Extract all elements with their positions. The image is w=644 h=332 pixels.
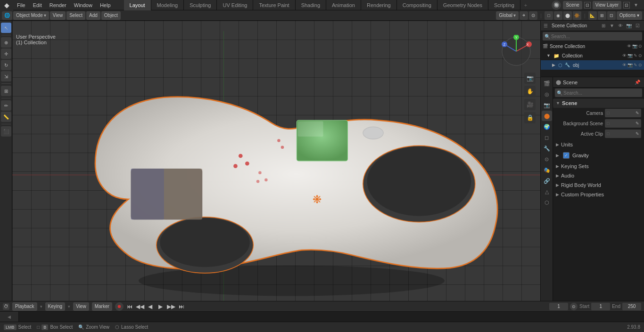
end-frame-input[interactable]: 250 [622,303,641,310]
jump-end-button[interactable]: ⏭ [177,302,186,311]
outliner-obj-row[interactable]: ▶ ⬡ 🔧 obj 👁 📷 ✎ ⊙ [541,60,644,70]
collection-camera2-icon[interactable]: 📷 [627,53,633,58]
step-back-button[interactable]: ◀◀ [136,302,144,311]
select-tool[interactable]: ↖ [1,23,11,33]
camera-view-btn[interactable]: 🎥 [524,99,536,110]
step-forward-button[interactable]: ▶▶ [167,302,175,311]
view-layer-options-icon[interactable]: ⊡ [623,2,630,8]
tab-modeling[interactable]: Modeling [151,0,184,10]
timeline-view-menu[interactable]: View [73,302,89,311]
obj-camera-icon[interactable]: 📷 [627,63,633,67]
tab-texture-paint[interactable]: Texture Paint [253,0,295,10]
scene-selector[interactable]: Scene [563,1,582,9]
props-data-tab[interactable]: △ [542,186,552,197]
tab-layout[interactable]: Layout [124,0,151,10]
measure-tool[interactable]: 📏 [1,112,11,122]
outliner-search-input[interactable] [551,34,640,39]
viewport-shading-solid[interactable]: ◉ [554,11,562,20]
obj-dot-icon[interactable]: ⊙ [638,63,642,67]
outliner-filter-icon[interactable]: ⊞ [600,22,607,30]
props-search-box[interactable]: 🔍 [555,89,642,97]
keying-menu[interactable]: Keying [45,302,66,311]
collection-dot-icon[interactable]: ⊙ [638,53,642,58]
props-render-tab[interactable]: 🎬 [542,78,552,89]
props-scene-tab[interactable]: ⬤ [542,111,552,121]
obj-eye-icon[interactable]: 👁 [622,63,627,67]
jump-start-button[interactable]: ⏮ [125,302,134,311]
view-layer-selector[interactable]: View Layer [593,1,621,9]
menu-file[interactable]: File [13,0,29,10]
tab-uv-editing[interactable]: UV Editing [217,0,253,10]
playback-menu[interactable]: Playback [12,302,37,311]
lock-btn[interactable]: 🔒 [524,112,536,123]
collection-filter-icon[interactable]: ✎ [634,53,637,58]
viewport-shading-rendered[interactable]: 🔆 [573,11,581,20]
tab-sculpting[interactable]: Sculpting [184,0,217,10]
scale-tool[interactable]: ⇲ [1,71,11,81]
add-workspace-button[interactable]: + [520,2,531,8]
tab-scripting[interactable]: Scripting [488,0,520,10]
outliner-search-box[interactable]: 🔍 [543,32,642,40]
props-material-tab[interactable]: ⬡ [542,197,552,208]
camera-prop-value[interactable]: □ ✎ [605,109,641,117]
menu-help[interactable]: Help [96,0,115,10]
outliner-visibility-icon[interactable]: ▼ [608,22,616,30]
props-output-tab[interactable]: ◎ [542,89,552,99]
active-clip-value[interactable]: □ ✎ [605,130,641,138]
props-view-layer-tab[interactable]: 📷 [542,100,552,110]
menu-window[interactable]: Window [70,0,96,10]
menu-edit[interactable]: Edit [29,0,46,10]
scene-camera-icon[interactable]: 📷 [632,44,637,49]
profile-avatar[interactable]: 🔘 [552,0,561,10]
camera-edit-icon[interactable]: ✎ [636,111,639,115]
props-constraints-tab[interactable]: 🔗 [542,176,552,186]
units-section-header[interactable]: ▶ Units [553,141,644,148]
scene-options-icon[interactable]: ⊡ [584,2,591,8]
tab-rendering[interactable]: Rendering [361,0,397,10]
gizmo-toggle[interactable]: 📐 [588,11,597,20]
viewport-add-menu[interactable]: Add [86,11,100,20]
bg-scene-value[interactable]: □ ✎ [605,119,641,128]
tab-shading[interactable]: Shading [296,0,326,10]
props-particles-tab[interactable]: ⊙ [542,154,552,164]
viewport-3d[interactable]: User Perspective (1) Collection [12,21,540,301]
move-tool[interactable]: ✛ [1,49,11,59]
scene-eye-icon[interactable]: 👁 [627,44,631,49]
keying-sets-header[interactable]: ▶ Keying Sets [553,162,644,170]
transform-tool[interactable]: ⊞ [1,86,11,96]
play-back-button[interactable]: ◀ [146,302,155,311]
tab-compositing[interactable]: Compositing [397,0,438,10]
viewport-select-menu[interactable]: Select [66,11,85,20]
proportional-edit-icon[interactable]: ⊙ [529,11,537,20]
overlay-toggle[interactable]: ⊞ [598,11,606,20]
orientation-gizmo[interactable]: X Y Z [500,35,533,68]
menu-render[interactable]: Render [46,0,70,10]
zoom-camera-btn[interactable]: 📷 [524,73,536,84]
tab-animation[interactable]: Animation [326,0,361,10]
active-clip-edit-icon[interactable]: ✎ [636,131,639,136]
object-mode-dropdown[interactable]: Object Mode ▾ [13,11,49,20]
scene-filter-icon[interactable]: ⊙ [638,44,642,49]
start-frame-input[interactable]: 1 [591,303,610,310]
viewport-shading-wire[interactable]: □ [545,11,553,20]
props-search-input[interactable] [563,90,640,96]
pan-hand-btn[interactable]: ✋ [524,86,536,97]
record-button[interactable]: ⏺ [115,302,124,311]
global-view-icon[interactable]: 🌐 [2,11,12,20]
viewport-options[interactable]: Options ▾ [617,11,642,20]
audio-section-header[interactable]: ▶ Audio [553,172,644,179]
add-cube-tool[interactable]: ⬛ [1,126,11,137]
filter-icon[interactable]: ▼ [632,2,640,8]
outliner-render-icon[interactable]: 📷 [625,22,633,30]
cursor-tool[interactable]: ⊕ [1,37,11,48]
props-modifier-tab[interactable]: 🔧 [542,143,552,154]
props-object-tab[interactable]: ◻ [542,132,552,143]
bg-scene-edit-icon[interactable]: ✎ [636,121,639,126]
rigid-body-header[interactable]: ▶ Rigid Body World [553,181,644,189]
outliner-scene-collection[interactable]: 🎬 Scene Collection 👁 📷 ⊙ [541,41,644,51]
scene-section-header[interactable]: ▼ Scene [553,98,644,108]
obj-edit-icon[interactable]: ✎ [634,63,637,67]
outliner-eye-icon[interactable]: 👁 [617,22,624,30]
transform-pivot-dropdown[interactable]: Global▾ [496,11,519,20]
annotate-tool[interactable]: ✏ [1,100,11,111]
